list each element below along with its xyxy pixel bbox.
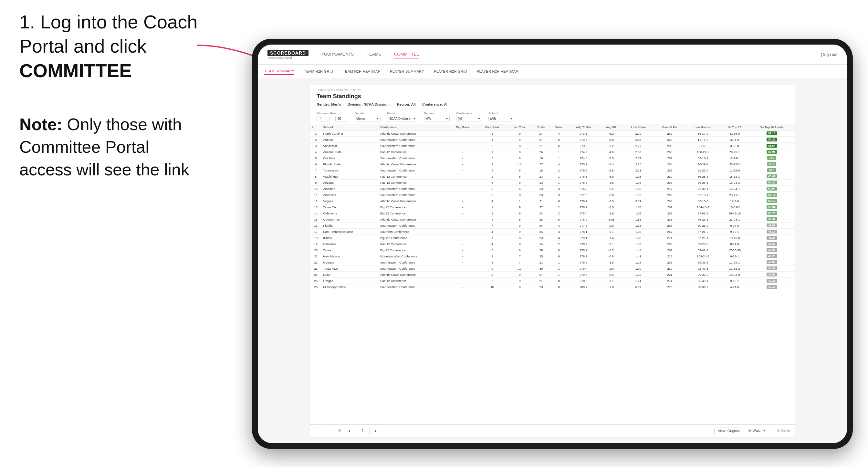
school-select[interactable]: (All) — [489, 116, 514, 121]
division-select[interactable]: NCAA Division I — [387, 116, 417, 121]
table-row[interactable]: 23Texas A&MSoutheastern Conference-91030… — [310, 266, 795, 272]
table-row[interactable]: 12VirginiaAtlantic Coast Conference-4121… — [310, 198, 795, 204]
app-header: SCOREBOARD Powered by clippd TOURNAMENTS… — [258, 44, 847, 65]
subnav-team-summary[interactable]: TEAM SUMMARY — [264, 68, 294, 75]
table-row[interactable]: 4Arizona StatePac-12 Conference-18261274… — [310, 149, 795, 155]
min-rounds-min-input[interactable] — [317, 116, 330, 121]
table-row[interactable]: 7TennesseeSoutheastern Conference-461822… — [310, 167, 795, 174]
col-overall[interactable]: Overall Par — [654, 124, 686, 130]
toolbar-share2-btn[interactable]: ⇡ — [359, 428, 366, 434]
bottom-toolbar: ← → ↻ ● ⇡ ● View: Original 👁 Watch ▾ | — [310, 424, 795, 437]
score-badge: 60.71 — [767, 211, 777, 215]
table-row[interactable]: 20TexasBig 12 Conference-58260278.9-0.71… — [310, 247, 795, 253]
col-adj-par[interactable]: Adj. To Par — [567, 124, 599, 130]
instruction-text: Log into the Coach Portal and click — [20, 11, 197, 57]
toolbar-sep-2 — [369, 428, 370, 434]
table-row[interactable]: 25OregonPac-12 Conference-79210278.5-3.1… — [310, 278, 795, 284]
division-control-label: Division — [387, 112, 417, 115]
table-row[interactable]: 1North CarolinaAtlantic Coast Conference… — [310, 130, 795, 136]
table-row[interactable]: 22GeorgiaSoutheastern Conference-8721127… — [310, 259, 795, 266]
step-number: 1. — [20, 11, 35, 32]
watch-btn[interactable]: 👁 Watch ▾ — [748, 429, 766, 433]
subnav-player-summary[interactable]: PLAYER SUMMARY — [390, 68, 424, 74]
subnav-team-h2h-grid[interactable]: TEAM H2H GRID — [304, 68, 333, 74]
table-row[interactable]: 21New MexicoMountain West Conference-972… — [310, 253, 795, 259]
table-row[interactable]: 17East Tennessee StateSouthern Conferenc… — [310, 229, 795, 235]
table-header-row: # School Conference Reg Rank Conf Rank N… — [310, 124, 795, 130]
table-row[interactable]: 18IllinoisBig Ten Conference-18234279.1-… — [310, 235, 795, 241]
gender-control: Gender Men's — [355, 112, 380, 121]
sign-out-link[interactable]: | Sign out — [821, 52, 837, 57]
nav-tournaments[interactable]: TOURNAMENTS — [321, 51, 354, 58]
table-row[interactable]: 13Texas TechBig 12 Conference-19272276.9… — [310, 204, 795, 210]
share-icon: ⇧ — [777, 429, 779, 433]
col-no-tour[interactable]: No Tour — [507, 124, 532, 130]
col-vs50[interactable]: Vs Top 50 Points — [749, 124, 795, 130]
table-row[interactable]: 9ArizonaPac-12 Conference-89231276.5-4.6… — [310, 180, 795, 186]
toolbar-clock-btn[interactable]: ● — [373, 428, 379, 434]
table-row[interactable]: 26Mississippi StateSoutheastern Conferen… — [310, 284, 795, 290]
gender-value: Men's — [331, 102, 341, 106]
subnav-team-h2h-heatmap[interactable]: TEAM H2H HEATMAP — [343, 68, 380, 74]
table-row[interactable]: 6Florida StateAtlantic Coast Conference-… — [310, 161, 795, 167]
min-rounds-max-input[interactable] — [335, 116, 348, 121]
col-rank[interactable]: # — [310, 124, 322, 130]
table-row[interactable]: 15Georgia TechAtlantic Coast Conference-… — [310, 216, 795, 222]
score-badge: 71.7 — [767, 156, 776, 160]
update-time-value: 27/03/2024 16:56:26 — [334, 89, 361, 92]
score-badge: 69.7 — [767, 162, 776, 166]
table-row[interactable]: 2AuburnSoutheastern Conference-19276273.… — [310, 136, 795, 143]
toolbar-home-btn[interactable]: ● — [346, 428, 352, 434]
col-vs25[interactable]: Vs Top 25 — [720, 124, 749, 130]
table-row[interactable]: 3VanderbiltSoutheastern Conference-28276… — [310, 143, 795, 149]
table-wrapper: # School Conference Reg Rank Conf Rank N… — [310, 124, 795, 424]
score-badge: 40.13 — [767, 285, 777, 289]
score-badge: 42.98 — [767, 273, 777, 276]
col-conf-rank[interactable]: Conf Rank — [477, 124, 507, 130]
scoreboard-logo: SCOREBOARD Powered by clippd — [268, 50, 309, 59]
toolbar-back-btn[interactable]: ← — [315, 428, 322, 434]
gender-control-label: Gender — [355, 112, 380, 115]
table-row[interactable]: 24DukeAtlantic Coast Conference-59271279… — [310, 272, 795, 278]
col-low-score[interactable]: Low Score — [623, 124, 654, 130]
eye-icon: 👁 — [748, 429, 752, 433]
division-label: Division: — [348, 102, 363, 106]
data-panel: Update time: 27/03/2024 16:56:26 Team St… — [310, 85, 795, 437]
min-rounds-label: Minimum Rou... — [317, 112, 348, 115]
nav-teams[interactable]: TEAMS — [367, 51, 381, 58]
col-school[interactable]: School — [322, 124, 379, 130]
table-row[interactable]: 11ArkansasSoutheastern Conference-682332… — [310, 192, 795, 198]
toolbar-reload-btn[interactable]: ↻ — [336, 428, 343, 434]
col-reg-rank[interactable]: Reg Rank — [448, 124, 477, 130]
gender-select[interactable]: Men's — [355, 116, 380, 121]
conference-filter-display: Conference: All — [422, 102, 448, 106]
conference-value: All — [444, 102, 448, 106]
nav-committee[interactable]: COMMITTEE — [394, 51, 419, 58]
col-avg-sg[interactable]: Avg SG — [599, 124, 623, 130]
table-row[interactable]: 14OklahomaBig 12 Conference-28242276.4-2… — [310, 210, 795, 216]
view-original-btn[interactable]: View: Original — [714, 428, 743, 434]
region-control: Region N/A — [424, 112, 450, 121]
score-badge: 89.11 — [767, 131, 777, 135]
update-time-label: Update time: — [317, 89, 333, 92]
toolbar-right: View: Original 👁 Watch ▾ | ⇧ Share — [714, 428, 790, 434]
subnav-player-h2h-grid[interactable]: PLAYER H2H GRID — [434, 68, 467, 74]
watch-label: Watch ▾ — [753, 429, 766, 433]
table-row[interactable]: 10AlabamaSoutheastern Conference-5623327… — [310, 186, 795, 192]
region-select[interactable]: N/A — [424, 116, 450, 121]
table-row[interactable]: 8WashingtonPac-12 Conference-28231276.3-… — [310, 174, 795, 180]
col-rnds[interactable]: Rnds — [532, 124, 550, 130]
col-conference[interactable]: Conference — [379, 124, 448, 130]
score-badge: 80.98 — [767, 150, 777, 154]
table-row[interactable]: 19CaliforniaPac-12 Conference-48242278.2… — [310, 241, 795, 247]
main-nav: TOURNAMENTS TEAMS COMMITTEE — [321, 51, 821, 58]
toolbar-forward-btn[interactable]: → — [326, 428, 333, 434]
col-wins[interactable]: Wins — [550, 124, 567, 130]
table-row[interactable]: 5Ole MissSoutheastern Conference-3618127… — [310, 155, 795, 161]
share-btn[interactable]: ⇧ Share — [777, 429, 790, 433]
conference-select[interactable]: (All) — [456, 116, 482, 121]
table-row[interactable]: 16FloridaSoutheastern Conference-7924427… — [310, 222, 795, 229]
update-time: Update time: 27/03/2024 16:56:26 — [317, 89, 788, 92]
col-low-record[interactable]: Low Record — [686, 124, 720, 130]
subnav-player-h2h-heatmap[interactable]: PLAYER H2H HEATMAP — [477, 68, 518, 74]
